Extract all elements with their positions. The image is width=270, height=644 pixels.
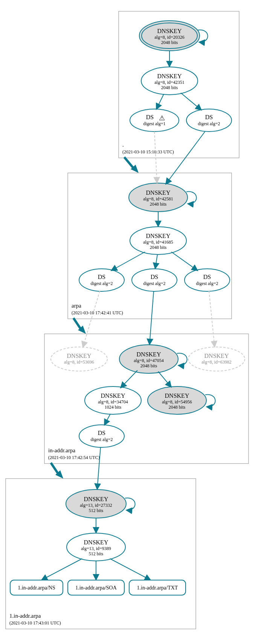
svg-text:alg=8, id=54956: alg=8, id=54956 (162, 399, 192, 405)
zone-inaddr-timestamp: (2021-03-10 17:42:54 UTC) (48, 455, 100, 460)
svg-text:alg=13, id=9389: alg=13, id=9389 (81, 546, 111, 551)
node-root-ksk: DNSKEY alg=8, id=20326 2048 bits (139, 21, 200, 51)
node-arpa-ds-b: DS digest alg=2 (132, 269, 177, 291)
svg-point-39 (188, 347, 245, 371)
node-arpa-ksk: DNSKEY alg=8, id=42581 2048 bits (129, 183, 188, 212)
svg-text:2048 bits: 2048 bits (150, 245, 167, 250)
node-inaddr-ds: DS digest alg=2 (79, 425, 124, 447)
svg-text:512 bits: 512 bits (89, 551, 104, 556)
node-inaddr-zsk: DNSKEY alg=8, id=34704 1024 bits (85, 386, 141, 414)
edge-arpa-zsk-dsa (111, 252, 145, 271)
node-arpa-ds-a: DS digest alg=2 (79, 269, 124, 291)
edge-selfloop-one-ksk (125, 498, 135, 511)
svg-text:DS: DS (205, 114, 213, 120)
svg-text:1.in-addr.arpa/NS: 1.in-addr.arpa/NS (18, 585, 55, 591)
svg-text:digest alg=2: digest alg=2 (143, 281, 165, 286)
svg-text:1.in-addr.arpa/TXT: 1.in-addr.arpa/TXT (137, 585, 178, 591)
warning-icon: ⚠ (159, 114, 165, 122)
zone-inaddr-label: in-addr.arpa (48, 447, 75, 453)
zone-arpa-label: arpa (72, 303, 81, 309)
svg-text:digest alg=2: digest alg=2 (90, 281, 113, 286)
node-inaddr-dkC: DNSKEY alg=8, id=63982 (188, 347, 245, 371)
node-rr-txt: 1.in-addr.arpa/TXT (129, 580, 186, 595)
edge-selfloop-arpa-ksk (186, 192, 197, 204)
edge-selfloop-inaddr-ksk (177, 353, 187, 366)
svg-text:DNSKEY: DNSKEY (157, 28, 182, 34)
node-rr-ns: 1.in-addr.arpa/NS (10, 580, 63, 595)
svg-text:DS: DS (151, 274, 158, 280)
dnssec-trust-graph: . (2021-03-10 15:18:33 UTC) DNSKEY alg=8… (0, 0, 270, 644)
svg-text:DS: DS (98, 274, 105, 280)
edge-zsk-ns (41, 559, 82, 580)
svg-text:alg=8, id=47054: alg=8, id=47054 (134, 358, 164, 363)
svg-text:alg=8, id=53696: alg=8, id=53696 (64, 359, 94, 365)
node-arpa-ds-c: DS digest alg=2 (185, 269, 230, 291)
edge-zone-root-arpa (124, 157, 134, 168)
svg-text:alg=8, id=34704: alg=8, id=34704 (98, 399, 128, 405)
svg-text:2048 bits: 2048 bits (169, 405, 186, 410)
svg-text:DS: DS (98, 430, 105, 436)
svg-text:DS: DS (203, 274, 211, 280)
svg-text:1.in-addr.arpa/SOA: 1.in-addr.arpa/SOA (75, 585, 117, 591)
svg-text:digest alg=2: digest alg=2 (198, 121, 220, 126)
node-root-zsk: DNSKEY alg=8, id=42351 2048 bits (141, 67, 198, 95)
svg-text:alg=8, id=42351: alg=8, id=42351 (154, 80, 185, 85)
svg-text:DNSKEY: DNSKEY (157, 73, 182, 79)
svg-text:2048 bits: 2048 bits (140, 363, 157, 368)
edge-dsa-dkA (83, 291, 100, 347)
edge-zsk-ds-in (104, 414, 110, 425)
svg-text:alg=8, id=20326: alg=8, id=20326 (154, 35, 185, 40)
node-one-zsk: DNSKEY alg=13, id=9389 512 bits (67, 533, 125, 561)
svg-text:2048 bits: 2048 bits (161, 85, 178, 90)
svg-text:digest alg=2: digest alg=2 (196, 281, 218, 286)
svg-point-12 (186, 109, 232, 132)
node-root-ds1: DS ⚠ digest alg=1 (130, 109, 179, 132)
edge-ksk-dkE (158, 371, 171, 387)
zone-one-label: 1.in-addr.arpa (9, 613, 41, 619)
zone-arpa-timestamp: (2021-03-10 17:42:41 UTC) (72, 310, 123, 315)
svg-point-50 (79, 425, 124, 447)
svg-text:512 bits: 512 bits (89, 508, 104, 513)
svg-text:1024 bits: 1024 bits (105, 405, 122, 410)
node-arpa-zsk: DNSKEY alg=8, id=41685 2048 bits (130, 227, 186, 255)
zone-root-timestamp: (2021-03-10 15:18:33 UTC) (122, 149, 174, 155)
node-one-ksk: DNSKEY alg=13, id=27332 512 bits (66, 489, 126, 518)
zone-one-timestamp: (2021-03-10 17:43:01 UTC) (9, 620, 61, 626)
edge-arpa-zsk-dsc (171, 252, 198, 271)
svg-text:DNSKEY: DNSKEY (137, 351, 161, 358)
svg-text:DNSKEY: DNSKEY (67, 353, 92, 359)
svg-text:digest alg=1: digest alg=1 (143, 121, 165, 126)
edge-zsk-txt (110, 559, 151, 580)
edge-dsb-ksk (149, 291, 154, 345)
svg-text:alg=13, id=27332: alg=13, id=27332 (80, 503, 112, 508)
svg-text:alg=8, id=42581: alg=8, id=42581 (143, 196, 173, 202)
svg-text:digest alg=2: digest alg=2 (90, 437, 113, 442)
svg-text:DNSKEY: DNSKEY (146, 189, 171, 196)
edge-selfloop-inaddr-dkE (205, 395, 215, 407)
svg-point-26 (132, 269, 177, 291)
svg-text:DNSKEY: DNSKEY (146, 233, 171, 239)
svg-text:2048 bits: 2048 bits (150, 202, 167, 207)
svg-point-29 (185, 269, 230, 291)
edge-arpa-zsk-dsb (155, 255, 157, 269)
svg-text:DNSKEY: DNSKEY (84, 496, 108, 502)
node-inaddr-dkA: DNSKEY alg=8, id=53696 (51, 347, 107, 371)
svg-text:DNSKEY: DNSKEY (204, 353, 229, 359)
svg-text:alg=8, id=63982: alg=8, id=63982 (201, 359, 232, 365)
node-root-ds2: DS digest alg=2 (186, 109, 232, 132)
edge-ksk-zsk-in (121, 370, 137, 388)
node-inaddr-ksk: DNSKEY alg=8, id=47054 2048 bits (119, 345, 178, 373)
node-rr-soa: 1.in-addr.arpa/SOA (68, 580, 124, 595)
svg-text:DNSKEY: DNSKEY (165, 392, 189, 399)
zone-root-label: . (122, 142, 124, 148)
svg-text:DS: DS (146, 114, 154, 120)
svg-point-23 (79, 269, 124, 291)
edge-root-zsk-ds1 (156, 94, 164, 109)
node-inaddr-dkE: DNSKEY alg=8, id=54956 2048 bits (148, 386, 206, 414)
svg-text:2048 bits: 2048 bits (161, 40, 178, 45)
svg-point-32 (51, 347, 107, 371)
svg-text:alg=8, id=41685: alg=8, id=41685 (143, 239, 173, 245)
edge-ds1-arpa (154, 132, 157, 183)
edge-ds-one (97, 447, 101, 489)
svg-text:DNSKEY: DNSKEY (84, 539, 108, 546)
